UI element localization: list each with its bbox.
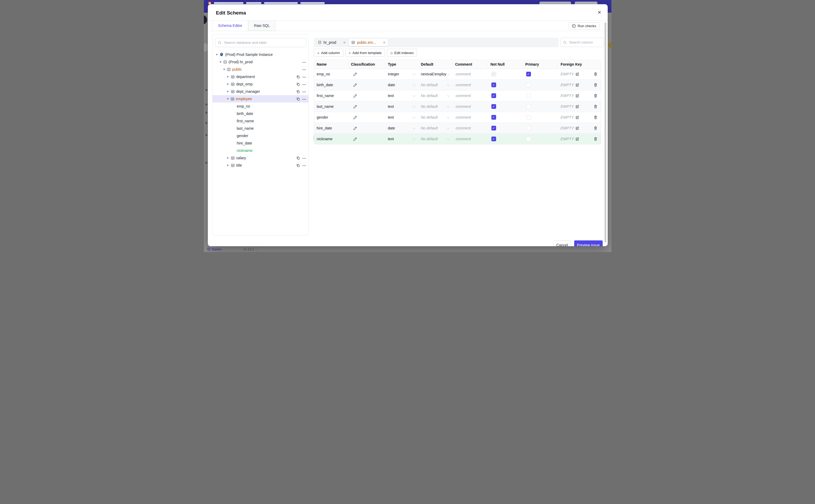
not-null-checkbox[interactable] — [492, 137, 496, 141]
copy-icon[interactable] — [296, 156, 300, 160]
copy-icon[interactable] — [296, 97, 300, 101]
edit-foreign-key-icon[interactable] — [576, 126, 579, 130]
pencil-icon[interactable] — [353, 72, 357, 76]
column-name[interactable]: nickname — [314, 137, 348, 141]
column-name[interactable]: emp_no — [314, 72, 348, 76]
tree-item-column[interactable]: last_name — [212, 125, 308, 132]
close-icon[interactable] — [383, 41, 385, 45]
caret-right-icon[interactable] — [227, 90, 229, 93]
copy-icon[interactable] — [296, 164, 300, 167]
chip-hr-prod[interactable]: hr_prod — [315, 39, 349, 46]
default-select[interactable]: nextval('employ — [418, 72, 453, 76]
tree-item-column[interactable]: emp_no — [212, 103, 308, 110]
column-name[interactable]: gender — [314, 115, 348, 119]
not-null-checkbox[interactable] — [492, 104, 496, 109]
tree-item-database[interactable]: (Prod) hr_prod — [212, 58, 308, 66]
edit-foreign-key-icon[interactable] — [576, 105, 579, 108]
tree-item-table[interactable]: title — [212, 162, 308, 169]
default-select[interactable]: No default — [418, 104, 453, 109]
type-select[interactable]: date — [385, 126, 418, 130]
type-select[interactable]: integer — [385, 72, 418, 76]
tree-item-table-selected[interactable]: employee — [212, 95, 308, 103]
delete-row-icon[interactable] — [594, 105, 597, 109]
primary-checkbox[interactable] — [526, 83, 531, 87]
more-icon[interactable] — [302, 97, 306, 101]
tree-item-column-new[interactable]: nickname — [212, 147, 308, 154]
run-checks-button[interactable]: Run checks — [568, 22, 600, 30]
edit-foreign-key-icon[interactable] — [576, 115, 579, 119]
demo-link[interactable]: Demo — [207, 247, 221, 251]
caret-down-icon[interactable] — [223, 69, 225, 70]
more-icon[interactable] — [302, 75, 306, 79]
type-select[interactable]: text — [385, 104, 418, 109]
tree-item-column[interactable]: birth_date — [212, 110, 308, 117]
add-from-template-button[interactable]: Add from template — [345, 49, 385, 57]
type-select[interactable]: text — [385, 137, 418, 141]
pencil-icon[interactable] — [353, 115, 357, 119]
pencil-icon[interactable] — [353, 137, 357, 141]
close-icon[interactable] — [596, 9, 603, 16]
tab-raw-sql[interactable]: Raw SQL — [248, 20, 276, 31]
comment-input[interactable] — [455, 72, 486, 76]
primary-checkbox[interactable] — [526, 126, 531, 130]
comment-input[interactable] — [455, 137, 486, 141]
comment-input[interactable] — [455, 115, 486, 120]
caret-down-icon[interactable] — [227, 98, 229, 100]
edit-foreign-key-icon[interactable] — [576, 94, 579, 98]
caret-down-icon[interactable] — [219, 61, 221, 63]
type-select[interactable]: text — [385, 94, 418, 98]
pencil-icon[interactable] — [353, 126, 357, 130]
caret-right-icon[interactable] — [227, 76, 229, 78]
close-icon[interactable] — [343, 41, 346, 45]
column-name[interactable]: hire_date — [314, 126, 348, 130]
tree-item-table[interactable]: dept_manager — [212, 88, 308, 95]
default-select[interactable]: No default — [418, 115, 453, 119]
comment-input[interactable] — [455, 104, 486, 109]
column-name[interactable]: last_name — [314, 104, 348, 109]
tree-item-schema[interactable]: public — [212, 66, 308, 73]
copy-icon[interactable] — [296, 75, 300, 79]
delete-row-icon[interactable] — [594, 94, 597, 98]
comment-input[interactable] — [455, 93, 486, 98]
edit-indexes-button[interactable]: Edit indexes — [387, 49, 417, 57]
default-select[interactable]: No default — [418, 137, 453, 141]
delete-row-icon[interactable] — [594, 126, 597, 130]
tree-item-column[interactable]: hire_date — [212, 139, 308, 147]
primary-checkbox[interactable] — [526, 104, 531, 109]
column-name[interactable]: first_name — [314, 94, 348, 98]
copy-icon[interactable] — [296, 83, 300, 86]
type-select[interactable]: text — [385, 115, 418, 119]
add-column-button[interactable]: Add column — [314, 49, 343, 57]
delete-row-icon[interactable] — [594, 137, 597, 141]
copy-icon[interactable] — [296, 90, 300, 93]
not-null-checkbox[interactable] — [492, 83, 496, 87]
edit-foreign-key-icon[interactable] — [576, 137, 579, 141]
type-select[interactable]: date — [385, 83, 418, 87]
delete-row-icon[interactable] — [594, 83, 597, 87]
tree-item-instance[interactable]: (Prod) Prod Sample Instance — [212, 51, 308, 58]
tree-item-column[interactable]: gender — [212, 132, 308, 139]
primary-checkbox[interactable] — [526, 115, 531, 120]
primary-checkbox[interactable] — [526, 137, 531, 141]
edit-foreign-key-icon[interactable] — [576, 83, 579, 87]
default-select[interactable]: No default — [418, 83, 453, 87]
more-icon[interactable] — [302, 163, 306, 167]
pencil-icon[interactable] — [353, 94, 357, 98]
chip-public-employee[interactable]: public.em... — [349, 39, 388, 46]
tree-item-table[interactable]: salary — [212, 154, 308, 162]
more-icon[interactable] — [302, 67, 306, 71]
tree-item-table[interactable]: dept_emp — [212, 80, 308, 88]
caret-right-icon[interactable] — [227, 164, 229, 166]
primary-checkbox[interactable] — [526, 93, 531, 98]
more-icon[interactable] — [302, 82, 306, 86]
modal-scrollbar[interactable] — [605, 22, 606, 243]
default-select[interactable]: No default — [418, 94, 453, 98]
pencil-icon[interactable] — [353, 105, 357, 109]
preview-issue-button[interactable]: Preview issue — [574, 240, 603, 246]
more-icon[interactable] — [302, 90, 306, 94]
search-database-input[interactable] — [224, 40, 303, 45]
search-column-input[interactable] — [569, 40, 601, 45]
caret-down-icon[interactable] — [216, 54, 218, 55]
not-null-checkbox[interactable] — [492, 93, 496, 98]
delete-row-icon[interactable] — [594, 115, 597, 119]
